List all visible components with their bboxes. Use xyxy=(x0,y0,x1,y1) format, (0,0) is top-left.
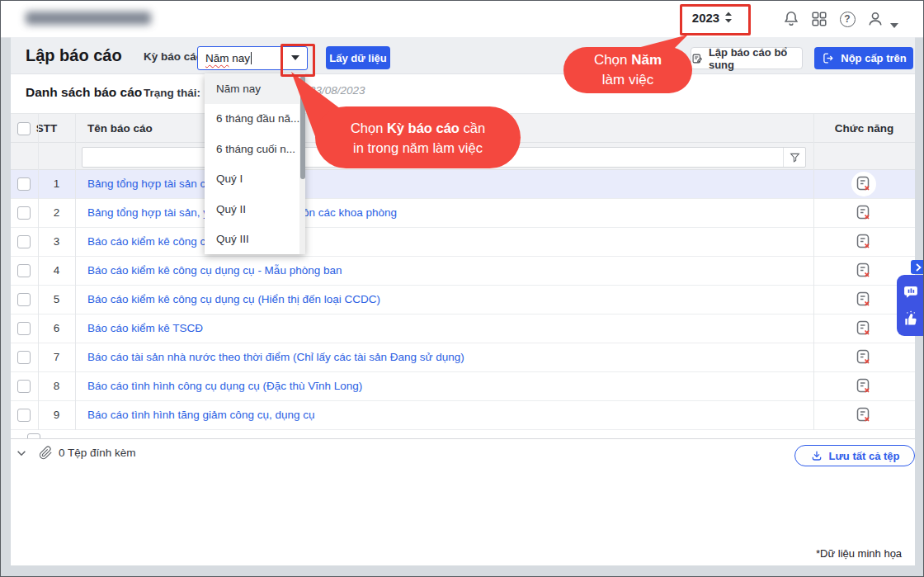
remove-report-icon xyxy=(855,175,873,193)
attachments-empty-area xyxy=(11,468,915,565)
callout-period-bubble: Chọn Kỳ báo cáo cần in trong năm làm việ… xyxy=(315,106,521,168)
period-option[interactable]: Quý II xyxy=(205,194,305,225)
column-divider xyxy=(38,114,39,430)
row-checkbox[interactable] xyxy=(17,264,31,277)
apps-button[interactable] xyxy=(809,9,829,29)
callout-year-bubble: Chọn Năm làm việc xyxy=(563,47,692,93)
attachments-collapse-button[interactable] xyxy=(16,447,27,462)
table-row[interactable]: 8 Báo cáo tình hình công cụ dụng cụ (Đặc… xyxy=(11,372,915,401)
row-action-button[interactable] xyxy=(851,345,876,370)
chevron-down-icon xyxy=(16,447,27,459)
download-icon xyxy=(810,449,823,462)
demo-data-footnote: *Dữ liệu minh họa xyxy=(816,547,902,560)
report-link[interactable]: Báo cáo tài sản nhà nước theo thời điểm … xyxy=(87,351,464,363)
callout-period-line2: in trong năm làm việc xyxy=(353,138,483,158)
attachments-count-label: 0 Tệp đính kèm xyxy=(59,447,136,459)
table-row[interactable]: 6 Báo cáo kiểm kê TSCĐ xyxy=(11,315,915,343)
remove-report-icon xyxy=(855,319,873,338)
organization-name-blurred xyxy=(26,12,151,25)
row-index: 6 xyxy=(38,322,75,334)
row-checkbox[interactable] xyxy=(17,351,31,364)
period-combobox-value[interactable]: Năm nay xyxy=(198,52,252,64)
row-action-button[interactable] xyxy=(851,172,876,196)
row-index: 9 xyxy=(38,409,75,421)
text-cursor xyxy=(251,52,252,64)
column-header-name: Tên báo cáo xyxy=(87,122,153,135)
table-row[interactable]: 2 Bảng tổng hợp tài sản, y dụng cụ chuyê… xyxy=(11,199,915,228)
table-row[interactable]: 1 Bảng tổng hợp tài sản cố định xyxy=(11,170,915,199)
row-action-button[interactable] xyxy=(851,258,876,283)
working-year-value[interactable]: 2023 xyxy=(692,11,719,25)
dropdown-arrow-icon xyxy=(291,55,299,60)
column-header-action: Chức năng xyxy=(813,122,915,135)
period-combobox-arrow[interactable] xyxy=(283,47,307,69)
thumbs-up-stars-icon xyxy=(903,310,919,327)
remove-report-icon xyxy=(855,204,873,222)
table-row[interactable]: 3 Báo cáo kiểm kê công cụ dụng cụ xyxy=(11,228,915,257)
report-link[interactable]: Báo cáo tình hình tăng giảm công cụ, dụn… xyxy=(87,409,314,421)
chevron-down-icon xyxy=(890,23,898,28)
submit-upward-button[interactable]: Nộp cấp trên xyxy=(814,47,913,69)
row-checkbox[interactable] xyxy=(17,380,31,393)
table-row[interactable]: 7 Báo cáo tài sản nhà nước theo thời điể… xyxy=(11,343,915,372)
table-row[interactable]: 5 Báo cáo kiểm kê công cụ dụng cụ (Hiển … xyxy=(11,286,915,315)
attachments-bar xyxy=(11,438,915,468)
list-title: Danh sách báo cáo xyxy=(26,85,142,100)
bell-icon xyxy=(782,10,800,28)
row-checkbox[interactable] xyxy=(17,293,31,306)
report-link[interactable]: Báo cáo kiểm kê công cụ dụng cụ - Mẫu ph… xyxy=(87,264,342,277)
side-widget-expand-button[interactable] xyxy=(911,260,924,274)
row-index: 1 xyxy=(38,177,75,190)
filter-options-button[interactable] xyxy=(783,148,805,167)
funnel-icon xyxy=(789,151,801,163)
status-label: Trạng thái: xyxy=(144,87,200,99)
row-action-button[interactable] xyxy=(851,201,876,225)
user-menu-button[interactable] xyxy=(865,9,885,29)
remove-report-icon xyxy=(855,377,873,395)
row-index: 4 xyxy=(38,264,75,277)
row-checkbox[interactable] xyxy=(17,409,31,422)
user-icon xyxy=(866,10,884,28)
callout-choose-period: Chọn Kỳ báo cáo cần in trong năm làm việ… xyxy=(281,67,529,174)
paperclip-icon xyxy=(39,446,53,463)
period-label: Kỳ báo cáo xyxy=(144,50,203,63)
row-action-button[interactable] xyxy=(851,287,876,312)
row-checkbox[interactable] xyxy=(17,206,31,220)
row-action-button[interactable] xyxy=(851,374,876,399)
rating-button[interactable] xyxy=(903,310,919,327)
remove-report-icon xyxy=(855,348,873,367)
notifications-button[interactable] xyxy=(781,9,801,29)
column-divider xyxy=(75,114,76,430)
callout-period-line1: Chọn Kỳ báo cáo cần xyxy=(351,118,485,138)
row-index: 5 xyxy=(38,293,75,305)
row-checkbox[interactable] xyxy=(17,322,31,335)
row-index: 7 xyxy=(38,351,75,363)
row-index: 3 xyxy=(38,235,75,248)
year-spinner-icon[interactable] xyxy=(724,11,733,24)
table-row[interactable]: 9 Báo cáo tình hình tăng giảm công cụ, d… xyxy=(11,401,915,430)
help-button[interactable] xyxy=(837,9,857,29)
feedback-chat-button[interactable] xyxy=(903,284,919,300)
row-index: 8 xyxy=(38,380,75,392)
help-icon xyxy=(840,12,856,27)
period-option[interactable]: Quý III xyxy=(205,225,305,255)
row-action-button[interactable] xyxy=(851,403,876,428)
row-action-button[interactable] xyxy=(851,229,876,254)
column-header-stt: STT xyxy=(28,122,65,135)
user-menu-caret[interactable] xyxy=(890,17,898,31)
report-link[interactable]: Báo cáo kiểm kê công cụ dụng cụ (Hiển th… xyxy=(87,293,380,305)
remove-report-icon xyxy=(855,233,873,251)
save-all-files-button[interactable]: Lưu tất cả tệp xyxy=(794,445,915,466)
submit-export-icon xyxy=(821,51,835,65)
callout-year-line2: làm việc xyxy=(602,70,653,90)
table-row[interactable]: 4 Báo cáo kiểm kê công cụ dụng cụ - Mẫu … xyxy=(11,257,915,286)
row-checkbox[interactable] xyxy=(17,235,31,248)
row-action-button[interactable] xyxy=(851,316,876,341)
report-link[interactable]: Báo cáo kiểm kê TSCĐ xyxy=(87,322,203,334)
remove-report-icon xyxy=(855,291,873,309)
row-checkbox[interactable] xyxy=(17,177,31,191)
row-index: 2 xyxy=(38,206,75,219)
fetch-data-button[interactable]: Lấy dữ liệu xyxy=(326,46,390,69)
report-link[interactable]: Báo cáo tình hình công cụ dụng cụ (Đặc t… xyxy=(87,380,362,392)
app-window: 2023 xyxy=(0,0,924,577)
